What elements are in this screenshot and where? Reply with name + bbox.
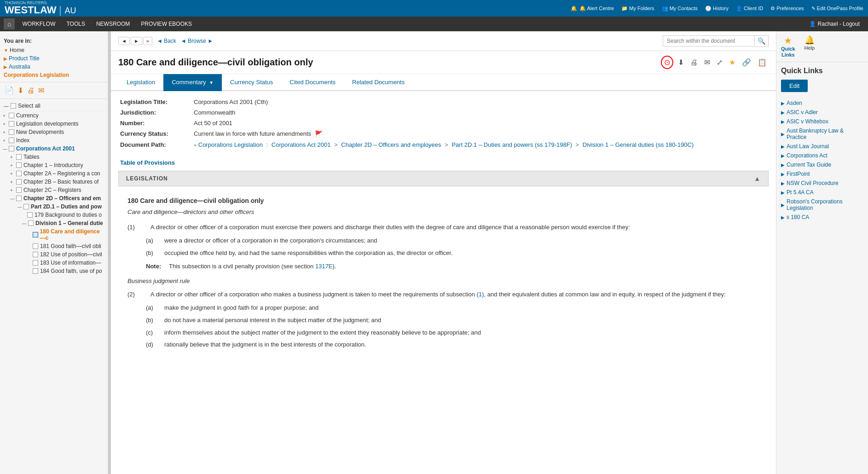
tabs-bar: Legislation Commentary ▼ Currency Status… bbox=[111, 74, 776, 91]
tree-corps-act-2001[interactable]: — Corporations Act 2001 bbox=[0, 145, 108, 153]
provision-2c-text: inform themselves about the subject matt… bbox=[164, 328, 481, 338]
tree-part2d1[interactable]: — Part 2D.1 – Duties and pow bbox=[0, 202, 108, 211]
tree-183[interactable]: 183 Use of information— bbox=[0, 259, 108, 267]
ql-firstpoint[interactable]: ▶FirstPoint bbox=[781, 169, 863, 179]
back-button[interactable]: ◄ Back bbox=[157, 38, 176, 44]
highlighted-action-button[interactable]: ⊙ bbox=[661, 56, 673, 69]
download-action-button[interactable]: ⬇ bbox=[676, 57, 686, 68]
expand-nav-btn[interactable]: » bbox=[143, 37, 152, 45]
tree-chapter2b[interactable]: + Chapter 2B – Basic features of bbox=[0, 178, 108, 186]
corps-leg-label[interactable]: Corporations Legislation bbox=[4, 72, 69, 78]
tree-180[interactable]: 180 Care and diligence—c bbox=[0, 227, 108, 242]
link-action-button[interactable]: 🔗 bbox=[740, 57, 753, 68]
breadcrumb-corps-leg[interactable]: Corporations Legislation bbox=[4, 71, 104, 79]
email-action-button[interactable]: ✉ bbox=[702, 57, 712, 68]
home-button[interactable]: ⌂ bbox=[4, 18, 15, 29]
expand-action-button[interactable]: ⤢ bbox=[715, 57, 724, 68]
tree-181[interactable]: 181 Good faith—civil obli bbox=[0, 242, 108, 250]
tree-tables[interactable]: + Tables bbox=[0, 153, 108, 161]
note-1317e-link[interactable]: 1317E bbox=[315, 263, 333, 270]
my-folders-link[interactable]: 📁 My Folders bbox=[621, 6, 654, 12]
alert-centre-link[interactable]: 🔔 🔔 Alert Centre bbox=[571, 6, 614, 12]
ql-asic-adler[interactable]: ▶ASIC v Adler bbox=[781, 108, 863, 117]
path-div1-link[interactable]: Division 1 – General duties (ss 180-190C… bbox=[583, 141, 694, 148]
next-nav-btn[interactable]: ► bbox=[131, 37, 142, 45]
tree-chapter1[interactable]: + Chapter 1 – Introductory bbox=[0, 161, 108, 169]
tree-182[interactable]: 182 Use of position—civil bbox=[0, 250, 108, 259]
ql-asic-whitebox[interactable]: ▶ASIC v Whitebox bbox=[781, 117, 863, 126]
browse-button[interactable]: ◄ Browse ► bbox=[181, 38, 213, 44]
provision-1b: (b) occupied the office held by, and had… bbox=[127, 249, 767, 258]
breadcrumb-product-label[interactable]: Product Title bbox=[9, 55, 40, 62]
doc-actions: ⊙ ⬇ 🖨 ✉ ⤢ ★ 🔗 📋 bbox=[661, 56, 769, 69]
legislation-section-header[interactable]: LEGISLATION ▲ bbox=[118, 171, 769, 186]
sidebar-print-button[interactable]: 🖨 bbox=[27, 86, 35, 95]
ql-s180ca-arrow: ▶ bbox=[781, 215, 785, 220]
proview-ebooks-menu[interactable]: PROVIEW EBOOKS bbox=[135, 17, 197, 31]
path-part2d1-link[interactable]: Part 2D.1 – Duties and powers (ss 179-19… bbox=[451, 141, 572, 148]
history-link[interactable]: 🕐 History bbox=[705, 6, 729, 12]
ql-asden[interactable]: ▶Asden bbox=[781, 98, 863, 108]
provision-2-link-1[interactable]: (1) bbox=[477, 291, 484, 298]
sidebar-toolbar: 📄 ⬇ 🖨 ✉ bbox=[0, 82, 108, 99]
newsroom-menu[interactable]: NEWSROOM bbox=[91, 17, 135, 31]
quick-links-area[interactable]: ★ QuickLinks bbox=[781, 35, 795, 58]
preferences-link[interactable]: ⚙ Preferences bbox=[770, 6, 804, 12]
ql-robsons[interactable]: ▶Robson's Corporations Legislation bbox=[781, 197, 863, 213]
path-corps-act-link[interactable]: Corporations Act 2001 bbox=[272, 141, 331, 148]
tree-div1[interactable]: — Division 1 – General dutie bbox=[0, 219, 108, 227]
breadcrumb-australia[interactable]: ▶ Australia bbox=[4, 63, 104, 71]
tree-chapter2d[interactable]: — Chapter 2D – Officers and em bbox=[0, 194, 108, 202]
tab-related-documents[interactable]: Related Documents bbox=[344, 74, 413, 91]
print-action-button[interactable]: 🖨 bbox=[689, 58, 700, 68]
client-id-link[interactable]: 👤 Client ID bbox=[736, 6, 763, 12]
provision-1a: (a) were a director or officer of a corp… bbox=[127, 236, 767, 246]
edit-onepass-link[interactable]: ✎ Edit OnePass Profile bbox=[811, 6, 864, 12]
breadcrumb-area: You are in: ▼ Home ▶ Product Title ▶ Aus… bbox=[0, 35, 108, 82]
prev-nav-btn[interactable]: ◄ bbox=[118, 37, 130, 45]
ql-s180ca[interactable]: ▶s 180 CA bbox=[781, 213, 863, 222]
tab-legislation[interactable]: Legislation bbox=[118, 74, 163, 91]
section-collapse-icon[interactable]: ▲ bbox=[754, 175, 761, 182]
ql-aust-bankruptcy[interactable]: ▶Aust Bankruptcy Law & Practice bbox=[781, 126, 863, 142]
search-submit-button[interactable]: 🔍 bbox=[755, 35, 769, 47]
tree-chapter2a[interactable]: + Chapter 2A – Registering a con bbox=[0, 169, 108, 178]
tab-commentary[interactable]: Commentary ▼ bbox=[163, 74, 222, 91]
tree-index[interactable]: + Index bbox=[0, 136, 108, 145]
tree-legislation-dev[interactable]: + Legislation developments bbox=[0, 120, 108, 128]
breadcrumb-home-label[interactable]: Home bbox=[10, 47, 24, 53]
workflow-menu[interactable]: WORKFLOW bbox=[17, 17, 61, 31]
breadcrumb-home[interactable]: ▼ Home bbox=[4, 46, 104, 54]
help-area[interactable]: 🔔 Help bbox=[804, 35, 815, 51]
sidebar-doc-button[interactable]: 📄 bbox=[5, 86, 14, 95]
tab-currency-status[interactable]: Currency Status bbox=[222, 74, 281, 91]
search-within-input[interactable] bbox=[663, 35, 755, 46]
path-corps-leg-link[interactable]: Corporations Legislation bbox=[198, 141, 263, 148]
notes-action-button[interactable]: 📋 bbox=[756, 57, 769, 68]
user-area[interactable]: 👤 Rachael - Logout bbox=[804, 21, 864, 27]
quick-links-edit-button[interactable]: Edit bbox=[781, 80, 808, 92]
select-all-checkbox[interactable] bbox=[11, 103, 16, 109]
ql-current-tax[interactable]: ▶Current Tax Guide bbox=[781, 160, 863, 169]
my-contacts-link[interactable]: 👥 My Contacts bbox=[662, 6, 698, 12]
ql-aust-law-journal[interactable]: ▶Aust Law Journal bbox=[781, 142, 863, 151]
tree-chapter2c[interactable]: + Chapter 2C – Registers bbox=[0, 186, 108, 194]
ql-corps-act-arrow: ▶ bbox=[781, 153, 785, 158]
tree-184[interactable]: 184 Good faith, use of po bbox=[0, 267, 108, 275]
ql-nsw-civil[interactable]: ▶NSW Civil Procedure bbox=[781, 179, 863, 188]
tools-menu[interactable]: TOOLS bbox=[61, 17, 90, 31]
tab-cited-documents[interactable]: Cited Documents bbox=[281, 74, 344, 91]
ql-corps-act[interactable]: ▶Corporations Act bbox=[781, 151, 863, 160]
star-action-button[interactable]: ★ bbox=[727, 57, 737, 68]
sidebar-email-button[interactable]: ✉ bbox=[38, 86, 44, 95]
tree-currency[interactable]: + Currency bbox=[0, 111, 108, 120]
breadcrumb-product-title[interactable]: ▶ Product Title bbox=[4, 54, 104, 63]
select-all-row[interactable]: — Select all bbox=[0, 101, 108, 111]
table-of-provisions-link[interactable]: Table of Provisions bbox=[111, 159, 776, 171]
breadcrumb-australia-label[interactable]: Australia bbox=[9, 64, 30, 70]
tree-new-developments[interactable]: + New Developments bbox=[0, 128, 108, 136]
sidebar-download-button[interactable]: ⬇ bbox=[17, 86, 23, 95]
path-chapter2d-link[interactable]: Chapter 2D – Officers and employees bbox=[341, 141, 441, 148]
tree-179[interactable]: 179 Background to duties o bbox=[0, 211, 108, 219]
ql-pt54a[interactable]: ▶Pt 5.4A CA bbox=[781, 188, 863, 197]
